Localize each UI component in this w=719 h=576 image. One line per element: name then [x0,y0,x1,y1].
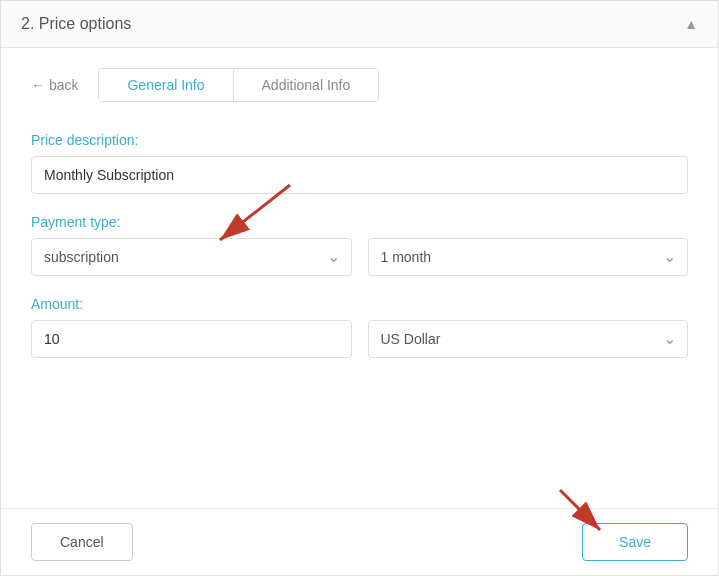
price-description-input[interactable] [31,156,688,194]
tabs-container: General Info Additional Info [98,68,379,102]
tab-general-info[interactable]: General Info [99,69,232,101]
currency-select-wrapper: US Dollar Euro GBP [368,320,689,358]
amount-label: Amount: [31,296,688,312]
amount-group: Amount: US Dollar Euro GBP [31,296,688,358]
payment-type-select[interactable]: subscription one-time free [31,238,352,276]
payment-type-select-wrapper: subscription one-time free [31,238,352,276]
section-header: 2. Price options ▲ [1,1,718,48]
cancel-button[interactable]: Cancel [31,523,133,561]
collapse-icon[interactable]: ▲ [684,16,698,32]
footer: Cancel Save [1,508,718,575]
save-button[interactable]: Save [582,523,688,561]
amount-input-wrapper [31,320,352,358]
title-text: Price options [39,15,132,32]
price-description-group: Price description: [31,132,688,194]
back-link[interactable]: ← back [31,77,78,93]
payment-period-select[interactable]: 1 month 3 months 6 months 12 months [368,238,689,276]
payment-period-select-wrapper: 1 month 3 months 6 months 12 months [368,238,689,276]
currency-select[interactable]: US Dollar Euro GBP [368,320,689,358]
price-description-label: Price description: [31,132,688,148]
step-number: 2. [21,15,34,32]
payment-type-row: subscription one-time free 1 month 3 mon… [31,238,688,276]
tab-additional-info[interactable]: Additional Info [233,69,379,101]
amount-row: US Dollar Euro GBP [31,320,688,358]
nav-row: ← back General Info Additional Info [31,68,688,102]
payment-type-group: Payment type: subscription one-time free… [31,214,688,276]
page-wrapper: 2. Price options ▲ ← back General Info A… [0,0,719,576]
amount-input[interactable] [31,320,352,358]
section-title: 2. Price options [21,15,131,33]
payment-type-label: Payment type: [31,214,688,230]
content-area: ← back General Info Additional Info Pric… [1,48,718,508]
